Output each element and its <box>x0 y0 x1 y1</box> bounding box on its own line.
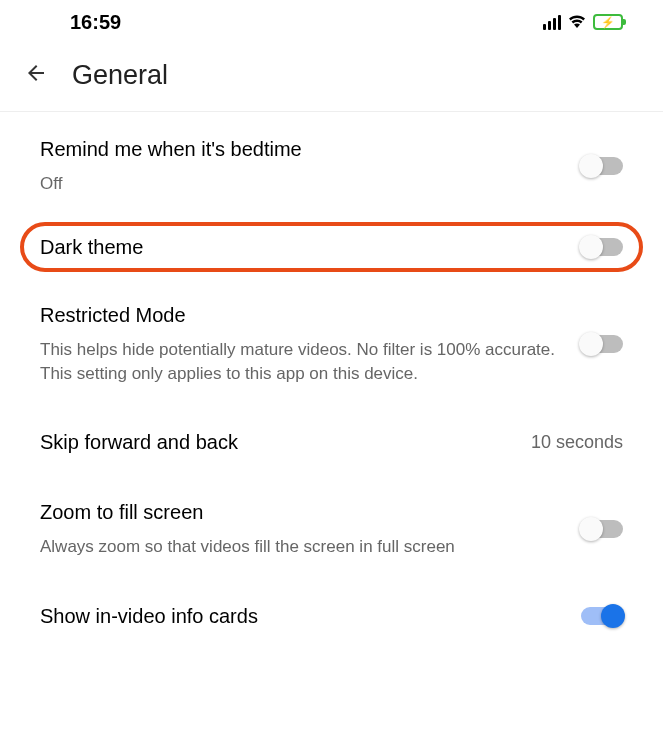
setting-bedtime-reminder[interactable]: Remind me when it's bedtime Off <box>0 112 663 216</box>
setting-subtitle: This helps hide potentially mature video… <box>40 338 561 386</box>
setting-title: Restricted Mode <box>40 302 561 328</box>
status-icons: ⚡ <box>543 14 623 30</box>
setting-text: Show in-video info cards <box>40 603 581 629</box>
setting-info-cards[interactable]: Show in-video info cards <box>0 579 663 649</box>
setting-title: Skip forward and back <box>40 429 511 455</box>
info-cards-toggle[interactable] <box>581 607 623 625</box>
setting-text: Zoom to fill screen Always zoom so that … <box>40 499 581 559</box>
setting-text: Dark theme <box>40 234 581 260</box>
setting-title: Zoom to fill screen <box>40 499 561 525</box>
setting-title: Show in-video info cards <box>40 603 561 629</box>
battery-charging-icon: ⚡ <box>593 14 623 30</box>
wifi-icon <box>567 14 587 30</box>
restricted-mode-toggle[interactable] <box>581 335 623 353</box>
page-title: General <box>72 60 168 91</box>
bedtime-toggle[interactable] <box>581 157 623 175</box>
setting-title: Dark theme <box>40 234 561 260</box>
setting-dark-theme[interactable]: Dark theme <box>0 216 663 278</box>
dark-theme-toggle[interactable] <box>581 238 623 256</box>
setting-title: Remind me when it's bedtime <box>40 136 561 162</box>
setting-text: Skip forward and back <box>40 429 531 455</box>
header: General <box>0 44 663 112</box>
status-time: 16:59 <box>70 11 121 34</box>
setting-subtitle: Always zoom so that videos fill the scre… <box>40 535 561 559</box>
status-bar: 16:59 ⚡ <box>0 0 663 44</box>
setting-subtitle: Off <box>40 172 561 196</box>
back-arrow-icon[interactable] <box>24 61 48 91</box>
setting-skip-duration[interactable]: Skip forward and back 10 seconds <box>0 405 663 475</box>
setting-text: Remind me when it's bedtime Off <box>40 136 581 196</box>
setting-restricted-mode[interactable]: Restricted Mode This helps hide potentia… <box>0 278 663 406</box>
setting-zoom-fill[interactable]: Zoom to fill screen Always zoom so that … <box>0 475 663 579</box>
skip-value: 10 seconds <box>531 432 623 453</box>
settings-list: Remind me when it's bedtime Off Dark the… <box>0 112 663 649</box>
setting-text: Restricted Mode This helps hide potentia… <box>40 302 581 386</box>
cellular-signal-icon <box>543 14 561 30</box>
zoom-toggle[interactable] <box>581 520 623 538</box>
